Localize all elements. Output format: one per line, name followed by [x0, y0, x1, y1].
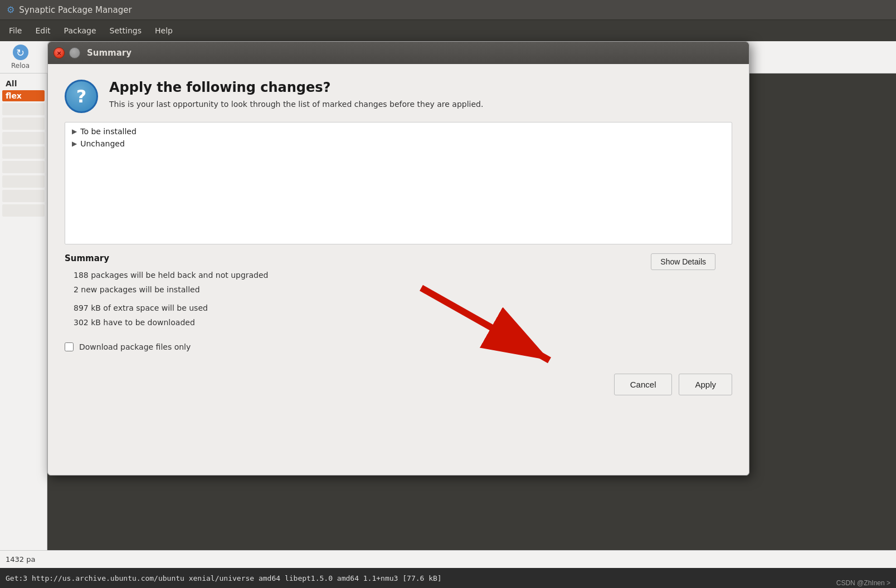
- sidebar-item-4[interactable]: [2, 146, 45, 159]
- statusbar: 1432 pa: [0, 550, 896, 568]
- summary-title: Summary: [65, 253, 732, 263]
- tree-arrow-1: ▶: [72, 128, 77, 135]
- app-title: Synaptic Package Manager: [19, 5, 132, 15]
- download-only-row: Download package files only: [65, 342, 732, 351]
- dialog-header: ? Apply the following changes? This is y…: [65, 80, 732, 113]
- reload-icon: ↻: [13, 45, 28, 60]
- dialog-body: ? Apply the following changes? This is y…: [48, 64, 749, 475]
- summary-wrapper: Summary 188 packages will be held back a…: [65, 253, 732, 329]
- download-only-label: Download package files only: [79, 342, 191, 351]
- summary-line-4: 302 kB have to be downloaded: [74, 316, 732, 329]
- summary-line-3: 897 kB of extra space will be used: [74, 302, 732, 314]
- apply-button[interactable]: Apply: [679, 374, 732, 395]
- tree-arrow-2: ▶: [72, 140, 77, 148]
- dialog-close-button[interactable]: ×: [53, 47, 65, 58]
- sidebar-item-6[interactable]: [2, 175, 45, 188]
- show-details-button[interactable]: Show Details: [651, 253, 715, 270]
- tree-item-label-1: To be installed: [80, 127, 137, 136]
- menu-package[interactable]: Package: [59, 24, 102, 37]
- sidebar-item-8[interactable]: [2, 204, 45, 217]
- changes-tree: ▶ To be installed ▶ Unchanged: [65, 122, 732, 244]
- statusbar-text: 1432 pa: [6, 555, 35, 564]
- summary-dialog: × Summary ? Apply the following changes?…: [47, 41, 749, 476]
- dialog-title: Summary: [87, 48, 132, 58]
- sidebar-item-5[interactable]: [2, 161, 45, 173]
- dialog-minimize-button[interactable]: [69, 47, 80, 58]
- watermark: CSDN @ZhInen >: [836, 579, 890, 587]
- menu-file[interactable]: File: [3, 24, 27, 37]
- tree-item-unchanged[interactable]: ▶ Unchanged: [72, 139, 725, 148]
- menu-settings[interactable]: Settings: [104, 24, 147, 37]
- summary-section: Summary 188 packages will be held back a…: [65, 253, 732, 329]
- sidebar: All flex: [0, 74, 47, 550]
- download-only-checkbox[interactable]: [65, 342, 74, 351]
- dialog-header-text: Apply the following changes? This is you…: [109, 80, 732, 110]
- question-icon: ?: [65, 80, 98, 113]
- sidebar-selected-item[interactable]: flex: [2, 90, 45, 101]
- app-icon: ⚙: [7, 4, 14, 15]
- tree-item-to-be-installed[interactable]: ▶ To be installed: [72, 127, 725, 136]
- summary-line-1: 188 packages will be held back and not u…: [74, 269, 732, 281]
- reload-button[interactable]: ↻ Reloа: [6, 42, 35, 72]
- summary-line-2: 2 new packages will be installed: [74, 283, 732, 296]
- menu-help[interactable]: Help: [149, 24, 178, 37]
- sidebar-item-2[interactable]: [2, 117, 45, 130]
- sidebar-item-7[interactable]: [2, 190, 45, 202]
- sidebar-item-3[interactable]: [2, 132, 45, 144]
- terminal-bar: Get:3 http://us.archive.ubuntu.com/ubunt…: [0, 568, 896, 588]
- menubar: File Edit Package Settings Help: [0, 20, 896, 41]
- dialog-buttons: Cancel Apply: [65, 374, 732, 395]
- tree-item-label-2: Unchanged: [80, 139, 125, 148]
- terminal-text: Get:3 http://us.archive.ubuntu.com/ubunt…: [6, 574, 442, 582]
- app-titlebar: ⚙ Synaptic Package Manager: [0, 0, 896, 20]
- cancel-button[interactable]: Cancel: [614, 374, 673, 395]
- reload-label: Reloа: [11, 62, 30, 70]
- dialog-subtext: This is your last opportunity to look th…: [109, 99, 732, 110]
- menu-edit[interactable]: Edit: [30, 24, 56, 37]
- dialog-titlebar: × Summary: [48, 42, 749, 64]
- sidebar-item-1[interactable]: [2, 103, 45, 115]
- dialog-heading: Apply the following changes?: [109, 80, 732, 95]
- sidebar-all-label[interactable]: All: [2, 78, 45, 89]
